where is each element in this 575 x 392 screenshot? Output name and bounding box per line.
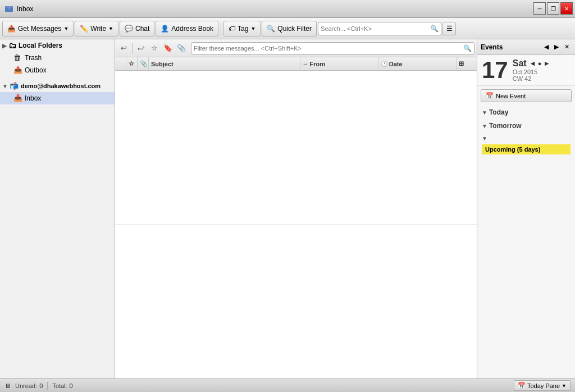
back-button[interactable]: ↩ (117, 42, 130, 54)
sidebar-item-inbox[interactable]: 📥 Inbox (0, 92, 115, 104)
filter-input[interactable] (194, 45, 463, 52)
tag-icon: 🏷 (229, 25, 235, 33)
sidebar-item-trash[interactable]: 🗑 Trash (0, 52, 115, 64)
unread-status: Unread: 0 (15, 382, 43, 389)
day-prev-button[interactable]: ◀ (529, 60, 537, 67)
reply-button[interactable]: ⮐ (135, 42, 147, 54)
menu-button[interactable]: ☰ (442, 22, 456, 35)
minimize-button[interactable]: ─ (533, 2, 546, 15)
attach-button[interactable]: 📎 (175, 42, 188, 54)
window-title: Inbox (17, 5, 571, 13)
total-count: 0 (70, 382, 73, 389)
today-expand-icon: ▼ (482, 110, 487, 116)
sidebar: ▶ 🗂 Local Folders 🗑 Trash 📤 Outbox ▼ 📬 d… (0, 39, 115, 379)
col-header-date[interactable]: 🕐 Date (378, 57, 457, 70)
upcoming-event-item: Upcoming (5 days) (482, 144, 571, 154)
inbox-icon: 📥 (13, 94, 22, 103)
month-year: Oct 2015 (513, 69, 551, 75)
cw-info: CW 42 (513, 75, 551, 82)
message-list-header: ☆ 📎 Subject ↔ From 🕐 Date ⊞ (115, 57, 477, 71)
get-messages-button[interactable]: 📥 Get Messages ▼ (2, 21, 74, 37)
quick-filter-icon: 🔍 (267, 25, 275, 33)
sidebar-item-outbox[interactable]: 📤 Outbox (0, 64, 115, 76)
today-header[interactable]: ▼ Today (482, 107, 571, 118)
tag-msg-button[interactable]: 🔖 (162, 42, 174, 54)
preview-pane (115, 225, 477, 379)
sidebar-item-local-folders[interactable]: ▶ 🗂 Local Folders (0, 39, 115, 52)
new-event-icon: 📅 (486, 92, 494, 99)
today-pane-icon: 📅 (518, 382, 526, 389)
main-toolbar: 📥 Get Messages ▼ ✏️ Write ▼ 💬 Chat 👤 Add… (0, 18, 575, 39)
write-button[interactable]: ✏️ Write ▼ (75, 21, 118, 37)
col-header-star[interactable]: ☆ (126, 57, 138, 70)
msg-sep-1 (132, 43, 133, 54)
events-prev-button[interactable]: ◀ (541, 42, 551, 52)
close-button[interactable]: ✕ (560, 2, 573, 15)
status-bar: 🖥 Unread: 0 Total: 0 📅 Today Pane ▼ (0, 379, 575, 392)
day-next-button[interactable]: ▶ (542, 60, 550, 67)
dot-icon: ● (538, 60, 542, 67)
status-icon: 🖥 (4, 382, 11, 389)
account-expand-icon: ▼ (2, 83, 8, 89)
search-icon: 🔍 (430, 25, 439, 33)
col-header-thread[interactable] (115, 57, 126, 70)
outbox-icon: 📤 (13, 66, 22, 75)
events-header: Events ◀ ▶ ✕ (477, 39, 575, 55)
unread-count: 0 (39, 382, 43, 389)
local-folders-icon: 🗂 (8, 41, 16, 50)
tomorrow-expand-icon: ▼ (482, 123, 487, 129)
status-right: 📅 Today Pane ▼ (514, 380, 571, 391)
search-input[interactable] (321, 25, 430, 32)
events-tomorrow-section: ▼ Tomorrow (477, 119, 575, 133)
tag-dropdown-arrow[interactable]: ▼ (250, 26, 255, 31)
star-button[interactable]: ☆ (148, 42, 161, 54)
col-header-attach[interactable]: 📎 (138, 57, 149, 70)
col-header-subject[interactable]: Subject (149, 57, 300, 70)
status-sep-1 (47, 382, 48, 390)
chat-button[interactable]: 💬 Chat (120, 21, 154, 37)
get-messages-dropdown-arrow[interactable]: ▼ (63, 26, 69, 31)
filter-search-icon: 🔍 (463, 44, 472, 52)
calendar-date-area: 17 Sat ◀ ● ▶ Oct 2015 CW 42 (477, 55, 575, 86)
content-wrapper: ↩ ⮐ ☆ 🔖 📎 🔍 ☆ 📎 Subject (115, 39, 477, 379)
upcoming-header[interactable]: ▼ (482, 134, 571, 143)
col-header-actions[interactable]: ⊞ (457, 57, 477, 70)
quick-filter-button[interactable]: 🔍 Quick Filter (262, 21, 317, 37)
filter-box[interactable]: 🔍 (191, 42, 474, 54)
restore-button[interactable]: ❐ (547, 2, 559, 15)
trash-icon: 🗑 (13, 53, 22, 62)
tomorrow-header[interactable]: ▼ Tomorrow (482, 120, 571, 131)
search-box[interactable]: 🔍 (318, 22, 441, 35)
get-messages-icon: 📥 (7, 25, 16, 33)
today-pane-button[interactable]: 📅 Today Pane ▼ (514, 380, 571, 391)
title-bar: Inbox ─ ❐ ✕ (0, 0, 575, 18)
col-header-from[interactable]: ↔ From (300, 57, 378, 70)
window-controls: ─ ❐ ✕ (533, 2, 573, 15)
message-list (115, 71, 477, 225)
message-toolbar: ↩ ⮐ ☆ 🔖 📎 🔍 (115, 39, 477, 57)
events-today-section: ▼ Today (477, 106, 575, 119)
total-status: Total: 0 (52, 382, 72, 389)
from-icon: ↔ (303, 61, 308, 67)
events-next-button[interactable]: ▶ (551, 42, 562, 52)
events-close-button[interactable]: ✕ (562, 42, 572, 52)
main-layout: ▶ 🗂 Local Folders 🗑 Trash 📤 Outbox ▼ 📬 d… (0, 39, 575, 379)
events-upcoming-section: ▼ Upcoming (5 days) (477, 133, 575, 157)
write-icon: ✏️ (80, 25, 88, 33)
new-event-button[interactable]: 📅 New Event (481, 89, 572, 102)
chat-icon: 💬 (125, 25, 133, 33)
events-panel: Events ◀ ▶ ✕ 17 Sat ◀ ● ▶ Oct 2015 CW 42 (477, 39, 575, 379)
address-book-icon: 👤 (161, 25, 169, 33)
date-nav-row: ◀ ● ▶ (529, 60, 551, 67)
sidebar-item-account[interactable]: ▼ 📬 demo@dhakawebhost.com (0, 80, 115, 92)
account-icon: 📬 (10, 82, 19, 90)
tag-button[interactable]: 🏷 Tag ▼ (223, 21, 261, 37)
upcoming-expand-icon: ▼ (482, 135, 487, 142)
day-name: Sat ◀ ● ▶ (513, 58, 551, 69)
app-icon (4, 4, 13, 13)
local-folders-expand-icon: ▶ (2, 43, 7, 49)
address-book-button[interactable]: 👤 Address Book (156, 21, 218, 37)
write-dropdown-arrow[interactable]: ▼ (108, 26, 113, 31)
content-area: ↩ ⮐ ☆ 🔖 📎 🔍 ☆ 📎 Subject (115, 39, 477, 379)
today-pane-dropdown-arrow: ▼ (562, 383, 567, 389)
